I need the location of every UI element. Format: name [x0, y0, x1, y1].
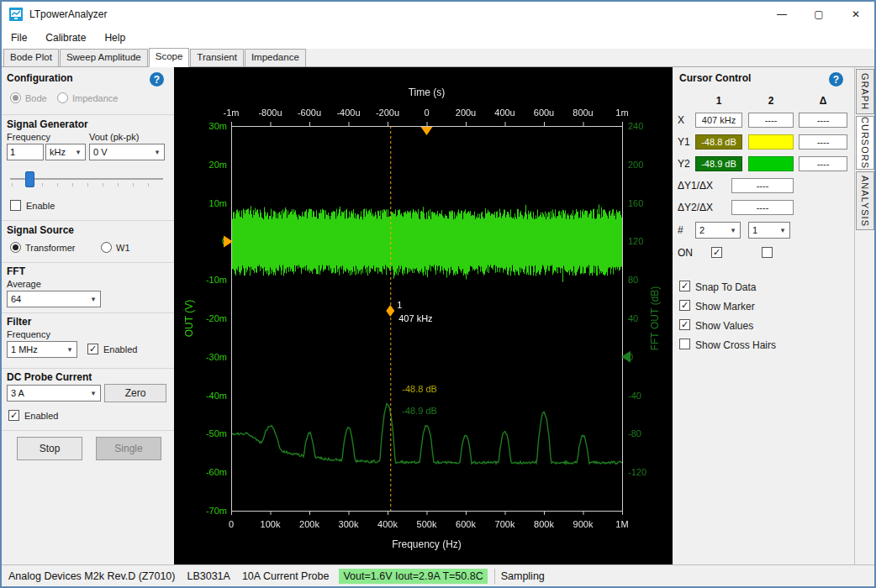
on-row-label: ON [678, 247, 693, 259]
configuration-title: Configuration [7, 72, 73, 84]
show-cross-hairs-checkbox[interactable]: ✓ [679, 339, 690, 349]
menu-file[interactable]: File [2, 29, 36, 47]
side-tab-cursors[interactable]: CURSORS [856, 116, 874, 170]
cursor1-on-checkbox[interactable]: ✓ [711, 247, 722, 258]
title-bar[interactable]: LTpowerAnalyzer — ▢ ✕ [2, 2, 874, 27]
tab-impedance[interactable]: Impedance [245, 49, 306, 66]
cursor-control-panel: Cursor Control ? 1 2 Δ X 407 kHz ---- --… [673, 67, 854, 564]
filter-frequency-select[interactable]: 1 MHz ▾ [7, 341, 77, 358]
filter-frequency-label: Frequency [7, 329, 50, 339]
dc-probe-enabled-checkbox[interactable]: ✓ [8, 410, 19, 421]
bode-radio[interactable] [10, 92, 21, 103]
side-tab-graph[interactable]: GRAPH [856, 69, 874, 114]
show-marker-checkbox[interactable]: ✓ [679, 300, 690, 311]
show-values-checkbox[interactable]: ✓ [679, 319, 690, 330]
chevron-down-icon: ▾ [87, 389, 100, 397]
dy2-dx-value: ---- [731, 200, 794, 215]
vout-value: 0 V [90, 147, 150, 157]
zero-button[interactable]: Zero [104, 384, 166, 402]
help-icon[interactable]: ? [829, 72, 843, 87]
cursor-count-row-label: # [678, 224, 683, 236]
dy2-dx-row-label: ΔY2/ΔX [678, 202, 713, 213]
scope-plot-area [174, 67, 673, 564]
chevron-down-icon: ▾ [71, 148, 85, 156]
tab-sweep-amplitude[interactable]: Sweep Amplitude [60, 49, 148, 66]
dc-probe-title: DC Probe Current [7, 371, 92, 383]
stop-button[interactable]: Stop [17, 437, 82, 460]
y1-row-label: Y1 [678, 136, 690, 148]
status-probe: 10A Current Probe [242, 570, 330, 582]
cursor2-column-header: 2 [748, 95, 794, 107]
tab-transient[interactable]: Transient [190, 49, 244, 66]
cursor2-on-checkbox[interactable]: ✓ [762, 247, 773, 258]
dy1-dx-value: ---- [731, 178, 794, 193]
cursor1-number-select[interactable]: 2 ▾ [695, 222, 741, 239]
status-board: LB3031A [187, 570, 230, 582]
x-cursor1-value: 407 kHz [695, 113, 742, 128]
side-tab-analysis[interactable]: ANALYSIS [856, 171, 874, 230]
tab-bode-plot[interactable]: Bode Plot [3, 49, 59, 66]
y2-cursor2-swatch [748, 156, 794, 171]
enable-checkbox-label: Enable [26, 201, 55, 211]
maximize-button[interactable]: ▢ [800, 2, 837, 27]
tab-scope[interactable]: Scope [149, 48, 190, 67]
help-icon[interactable]: ? [150, 72, 164, 87]
w1-radio-label: W1 [116, 243, 130, 253]
filter-enabled-label: Enabled [103, 344, 137, 354]
frequency-label: Frequency [7, 132, 50, 142]
w1-radio[interactable] [101, 242, 112, 253]
snap-to-data-label: Snap To Data [695, 281, 757, 293]
status-bar: Analog Devices M2k Rev.D (Z7010) LB3031A… [2, 564, 874, 586]
show-marker-label: Show Marker [695, 301, 755, 312]
fft-title: FFT [7, 265, 25, 277]
vout-select[interactable]: 0 V ▾ [89, 144, 165, 160]
impedance-radio[interactable] [57, 92, 68, 103]
chevron-down-icon: ▾ [63, 345, 77, 354]
side-tab-strip: GRAPH CURSORS ANALYSIS [854, 67, 874, 564]
y1-cursor2-swatch [748, 134, 794, 150]
x-cursor2-value: ---- [748, 113, 794, 128]
signal-source-title: Signal Source [7, 224, 74, 236]
y1-cursor1-value: -48.8 dB [695, 134, 742, 150]
frequency-unit-select[interactable]: kHz ▾ [45, 144, 86, 160]
dy1-dx-row-label: ΔY1/ΔX [678, 180, 713, 192]
dc-probe-current-select[interactable]: 3 A ▾ [7, 385, 101, 402]
x-row-label: X [678, 114, 684, 126]
menu-calibrate[interactable]: Calibrate [36, 29, 95, 47]
status-divider [494, 569, 495, 584]
cursor2-number-value: 1 [749, 225, 776, 235]
single-button[interactable]: Single [96, 437, 161, 460]
snap-to-data-checkbox[interactable]: ✓ [679, 281, 690, 291]
status-readout-badge: Vout=1.6V Iout=2.9A T=50.8C [339, 569, 487, 584]
app-icon [9, 8, 23, 21]
y1-delta-value: ---- [799, 134, 847, 150]
y2-delta-value: ---- [799, 156, 847, 171]
impedance-radio-label: Impedance [72, 93, 118, 103]
window-title: LTpowerAnalyzer [29, 8, 107, 20]
chevron-down-icon: ▾ [87, 295, 100, 303]
minimize-button[interactable]: — [763, 2, 800, 27]
y2-row-label: Y2 [678, 158, 690, 170]
show-values-label: Show Values [695, 320, 753, 332]
filter-enabled-checkbox[interactable]: ✓ [87, 344, 98, 354]
close-button[interactable]: ✕ [837, 2, 874, 27]
vout-label: Vout (pk-pk) [89, 132, 139, 142]
enable-checkbox[interactable]: ✓ [10, 200, 21, 211]
menu-help[interactable]: Help [95, 29, 135, 47]
app-window: LTpowerAnalyzer — ▢ ✕ File Calibrate Hel… [0, 0, 876, 588]
scope-plot-canvas[interactable] [174, 67, 673, 564]
transformer-radio[interactable] [10, 242, 21, 253]
status-state: Sampling [501, 570, 545, 582]
amplitude-slider-thumb[interactable] [25, 171, 34, 187]
frequency-input[interactable] [7, 144, 44, 160]
filter-title: Filter [7, 316, 31, 328]
average-select[interactable]: 64 ▾ [7, 291, 101, 307]
chevron-down-icon: ▾ [726, 226, 740, 234]
cursor1-number-value: 2 [696, 225, 726, 235]
menu-bar: File Calibrate Help [2, 27, 874, 49]
frequency-unit-value: kHz [46, 147, 71, 157]
delta-column-header: Δ [799, 95, 847, 107]
cursor2-number-select[interactable]: 1 ▾ [748, 222, 790, 239]
show-cross-hairs-label: Show Cross Hairs [695, 339, 776, 351]
transformer-radio-label: Transformer [25, 243, 76, 253]
